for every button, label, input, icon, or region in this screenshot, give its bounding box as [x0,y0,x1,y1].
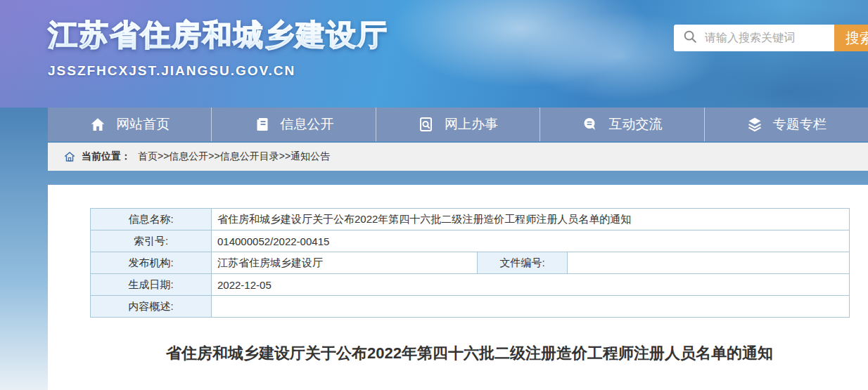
search-icon [682,29,703,47]
table-row-publisher: 发布机构: 江苏省住房城乡建设厅 文件编号: [91,252,850,274]
publish-date-value: 2022-12-05 [212,274,850,296]
nav-item-label: 专题专栏 [773,115,826,134]
nav-item-label: 互动交流 [608,115,662,134]
info-name-value: 省住房和城乡建设厅关于公布2022年第四十六批二级注册造价工程师注册人员名单的通… [212,209,850,230]
nav-item-label: 网上办事 [445,115,498,134]
publish-date-label: 生成日期: [91,274,212,296]
breadcrumb: 当前位置： 首页>>信息公开>>信息公开目录>>通知公告 [48,143,868,171]
search-input[interactable] [703,31,829,45]
index-no-label: 索引号: [91,230,212,252]
document-search-icon [418,116,435,133]
summary-value [212,296,850,318]
main-nav: 网站首页 信息公开 网上办事 [48,108,868,141]
nav-item-special-topics[interactable]: 专题专栏 [705,108,868,141]
publisher-value: 江苏省住房城乡建设厅 [212,252,478,274]
nav-item-label: 网站首页 [116,115,170,134]
search-button[interactable]: 搜索 [834,25,868,51]
nav-item-home[interactable]: 网站首页 [48,108,212,141]
site-search: 搜索 [674,25,868,51]
table-row-info-name: 信息名称: 省住房和城乡建设厅关于公布2022年第四十六批二级注册造价工程师注册… [91,209,850,230]
page-title: 省住房和城乡建设厅关于公布2022年第四十六批二级注册造价工程师注册人员名单的通… [90,343,849,364]
home-icon [89,116,106,133]
chat-bubble-icon [582,116,599,133]
nav-item-label: 信息公开 [281,115,334,134]
site-url: JSSZFHCXJST.JIANGSU.GOV.CN [48,63,388,79]
nav-item-info-disclosure[interactable]: 信息公开 [212,108,376,141]
doc-number-label: 文件编号: [478,252,568,274]
index-no-value: 014000052/2022-00415 [212,230,850,252]
publisher-label: 发布机构: [91,252,212,274]
breadcrumb-label: 当前位置： [82,150,131,163]
main-content: 信息名称: 省住房和城乡建设厅关于公布2022年第四十六批二级注册造价工程师注册… [48,185,868,390]
site-header: 江苏省住房和城乡建设厅 JSSZFHCXJST.JIANGSU.GOV.CN 搜… [0,0,868,108]
doc-number-value [568,252,850,274]
site-title: 江苏省住房和城乡建设厅 [48,15,388,55]
info-table: 信息名称: 省住房和城乡建设厅关于公布2022年第四十六批二级注册造价工程师注册… [90,208,850,318]
table-row-publish-date: 生成日期: 2022-12-05 [91,274,850,296]
info-name-label: 信息名称: [91,209,212,230]
site-brand[interactable]: 江苏省住房和城乡建设厅 JSSZFHCXJST.JIANGSU.GOV.CN [48,15,388,79]
nav-item-online-services[interactable]: 网上办事 [376,108,540,141]
nav-item-interaction[interactable]: 互动交流 [540,108,704,141]
summary-label: 内容概述: [91,296,212,318]
table-row-summary: 内容概述: [91,296,850,318]
table-row-index-no: 索引号: 014000052/2022-00415 [91,230,850,252]
newspaper-icon [254,116,271,133]
search-box[interactable] [674,25,834,51]
breadcrumb-path[interactable]: 首页>>信息公开>>信息公开目录>>通知公告 [138,150,330,163]
layers-icon [746,116,763,133]
home-outline-icon [63,150,76,163]
